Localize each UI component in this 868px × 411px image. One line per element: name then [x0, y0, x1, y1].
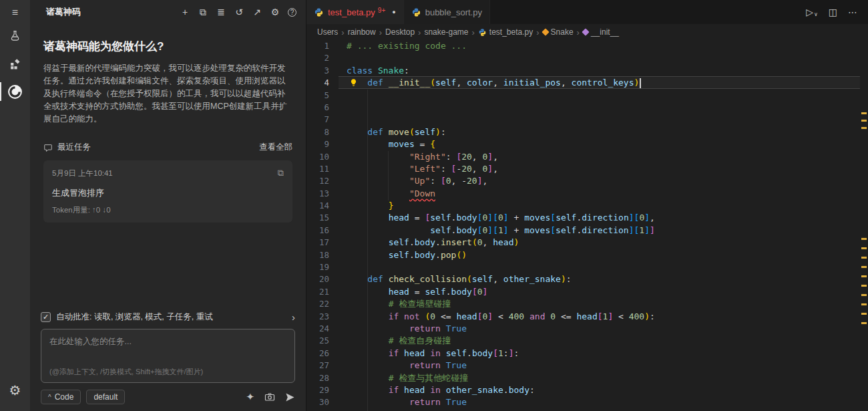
code-line[interactable]: }: [347, 200, 859, 212]
code-line[interactable]: "Down: [347, 188, 859, 200]
line-number[interactable]: 30: [306, 396, 329, 408]
code-line[interactable]: if not (0 <= head[0] < 400 and 0 <= head…: [347, 311, 859, 323]
code-line[interactable]: # ... existing code ...: [347, 40, 859, 52]
code-line[interactable]: self.body[0][1] + moves[self.direction][…: [347, 225, 859, 237]
code-line[interactable]: # 检查自身碰撞: [347, 335, 859, 347]
line-number[interactable]: 10: [306, 151, 329, 163]
code-line[interactable]: self.body.insert(0, head): [347, 237, 859, 249]
breadcrumb-item[interactable]: test_beta.py: [478, 27, 533, 37]
recent-task-card[interactable]: 5月9日 上午10:41 ⧉ 生成冒泡排序 Token用量: ↑0 ↓0: [43, 160, 292, 223]
run-button[interactable]: ▷∨: [806, 7, 818, 17]
line-number[interactable]: 20: [306, 273, 329, 285]
code-line[interactable]: [347, 102, 859, 114]
modified-dot-icon[interactable]: ●: [392, 9, 395, 15]
mode-select[interactable]: ^ Code: [41, 390, 81, 404]
chevron-right-icon[interactable]: ›: [292, 311, 295, 323]
line-number[interactable]: 3: [306, 65, 329, 77]
code-line[interactable]: def __init__(self, color, initial_pos, c…: [347, 77, 859, 89]
assistant-logo-icon[interactable]: [0, 78, 30, 106]
breadcrumb-item[interactable]: snake-game: [424, 27, 468, 37]
breadcrumb-item[interactable]: Desktop: [385, 27, 415, 37]
line-number[interactable]: 27: [306, 360, 329, 372]
line-number[interactable]: 25: [306, 335, 329, 347]
tab-label: test_beta.py: [328, 7, 375, 17]
line-number[interactable]: 13: [306, 188, 329, 200]
copy-task-icon[interactable]: ⧉: [278, 168, 284, 178]
line-number[interactable]: 21: [306, 286, 329, 298]
menu-icon[interactable]: ≡: [0, 4, 30, 21]
code-line[interactable]: def move(self):: [347, 126, 859, 138]
line-number[interactable]: 9: [306, 138, 329, 150]
line-number[interactable]: 26: [306, 348, 329, 360]
settings-gear-icon[interactable]: ⚙: [0, 376, 30, 404]
line-number[interactable]: 15: [306, 212, 329, 224]
code-line[interactable]: if head in self.body[1:]:: [347, 348, 859, 360]
task-list-icon[interactable]: ≣: [216, 7, 226, 17]
line-number[interactable]: 23: [306, 311, 329, 323]
line-number[interactable]: 12: [306, 175, 329, 187]
code-line[interactable]: "Right": [20, 0],: [347, 151, 859, 163]
line-number[interactable]: 18: [306, 249, 329, 261]
line-number[interactable]: 7: [306, 114, 329, 126]
copy-session-icon[interactable]: ⧉: [198, 7, 208, 17]
help-icon[interactable]: ?: [288, 8, 296, 17]
breadcrumb-item[interactable]: Snake: [543, 27, 574, 37]
tab-test-beta[interactable]: test_beta.py 9+ ●: [306, 0, 404, 24]
split-editor-button[interactable]: ◫: [829, 7, 837, 17]
code-line[interactable]: moves = {: [347, 138, 859, 150]
line-number[interactable]: 4: [306, 77, 329, 89]
line-number[interactable]: 8: [306, 126, 329, 138]
code-line[interactable]: class Snake:: [347, 65, 859, 77]
code-line[interactable]: return True: [347, 323, 859, 335]
open-in-editor-icon[interactable]: ↗: [252, 7, 262, 17]
line-number[interactable]: 11: [306, 163, 329, 175]
line-number[interactable]: 19: [306, 261, 329, 273]
code-line[interactable]: self.body.pop(): [347, 249, 859, 261]
line-number[interactable]: 24: [306, 323, 329, 335]
code-line[interactable]: # 检查与其他蛇碰撞: [347, 372, 859, 384]
line-number[interactable]: 22: [306, 298, 329, 310]
line-number[interactable]: 14: [306, 200, 329, 212]
code-line[interactable]: "Left": [-20, 0],: [347, 163, 859, 175]
history-icon[interactable]: ↺: [234, 7, 244, 17]
code-line[interactable]: [347, 90, 859, 102]
view-all-link[interactable]: 查看全部: [259, 142, 292, 153]
code-line[interactable]: "Up": [0, -20],: [347, 175, 859, 187]
flask-icon[interactable]: [0, 21, 30, 49]
line-number[interactable]: 1: [306, 40, 329, 52]
more-actions-button[interactable]: ⋯: [848, 7, 857, 17]
line-number[interactable]: 29: [306, 384, 329, 396]
line-number[interactable]: 5: [306, 90, 329, 102]
enhance-prompt-icon[interactable]: ✦: [246, 391, 254, 403]
code-line[interactable]: [347, 261, 859, 273]
line-number[interactable]: 16: [306, 225, 329, 237]
send-icon[interactable]: [285, 392, 295, 402]
code-line[interactable]: # 检查墙壁碰撞: [347, 298, 859, 310]
auto-approve-checkbox[interactable]: ✓: [41, 312, 51, 322]
settings-gear-icon[interactable]: ⚙: [270, 7, 280, 17]
code-line[interactable]: return True: [347, 360, 859, 372]
line-number[interactable]: 2: [306, 52, 329, 64]
code-line[interactable]: [347, 52, 859, 64]
code-line[interactable]: if head in other_snake.body:: [347, 384, 859, 396]
code-line[interactable]: [347, 114, 859, 126]
profile-select[interactable]: default: [86, 390, 125, 404]
line-number[interactable]: 6: [306, 102, 329, 114]
task-input[interactable]: 在此处输入您的任务... (@添加上下文, /切换模式, Shift+拖拽文件/…: [41, 329, 295, 383]
auto-approve-label[interactable]: 自动批准: 读取, 浏览器, 模式, 子任务, 重试: [56, 311, 213, 323]
line-number-gutter[interactable]: 1234567891011121314151617181920212223242…: [306, 40, 329, 411]
code-editor[interactable]: 1234567891011121314151617181920212223242…: [306, 40, 868, 411]
code-line[interactable]: def check_collision(self, other_snake):: [347, 273, 859, 285]
camera-icon[interactable]: [264, 392, 275, 402]
breadcrumb-item[interactable]: Users: [317, 27, 338, 37]
breadcrumb-item[interactable]: rainbow: [348, 27, 376, 37]
code-line[interactable]: head = self.body[0]: [347, 286, 859, 298]
line-number[interactable]: 28: [306, 372, 329, 384]
line-number[interactable]: 17: [306, 237, 329, 249]
tab-bubble-sort[interactable]: bubble_sort.py: [404, 0, 490, 24]
code-line[interactable]: return True: [347, 396, 859, 408]
new-task-icon[interactable]: +: [180, 7, 190, 17]
breadcrumb-item[interactable]: __init__: [583, 27, 619, 37]
extensions-icon[interactable]: [0, 49, 30, 78]
code-line[interactable]: head = [self.body[0][0] + moves[self.dir…: [347, 212, 859, 224]
